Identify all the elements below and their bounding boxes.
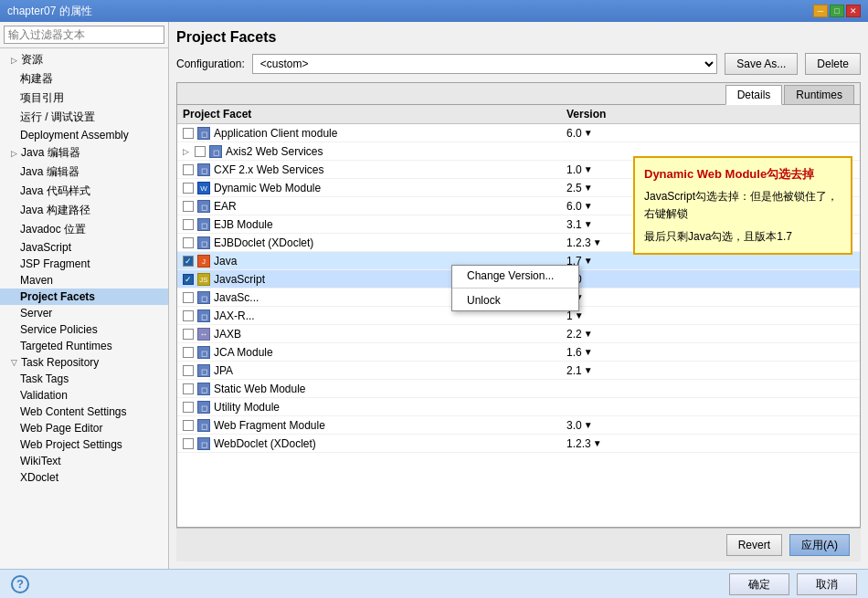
sidebar-item-web-project[interactable]: Web Project Settings [0,436,168,453]
row-checkbox[interactable] [183,237,194,248]
row-checkbox[interactable] [183,402,194,413]
version-dropdown[interactable]: ▼ [584,201,593,211]
row-checkbox[interactable] [183,292,194,303]
annotation-box: Dynamic Web Module勾选去掉 JavaScript勾选去掉：但是… [633,156,852,255]
sidebar-item-java-editor[interactable]: Java 编辑器 [0,163,168,182]
row-checkbox[interactable] [183,274,194,285]
sidebar-item-task-repository[interactable]: ▽ Task Repository [0,354,168,371]
row-checkbox[interactable] [183,438,194,449]
sidebar-item-java-editor-group[interactable]: ▷ Java 编辑器 [0,143,168,163]
sidebar-item-project-ref[interactable]: 项目引用 [0,89,168,108]
title-bar: chapter07 的属性 ─ □ ✕ [0,0,868,22]
facet-label: JAX-R... [214,309,255,322]
sidebar-item-run-debug[interactable]: 运行 / 调试设置 [0,108,168,127]
row-checkbox[interactable] [183,219,194,230]
sidebar-item-javascript[interactable]: JavaScript [0,239,168,256]
sidebar-label: Task Repository [21,356,99,369]
sidebar-item-javadoc[interactable]: Javadoc 位置 [0,220,168,239]
version-dropdown[interactable]: ▼ [584,420,593,430]
row-checkbox[interactable] [183,347,194,358]
facet-icon: ◻ [197,346,210,359]
sidebar-item-java-code[interactable]: Java 代码样式 [0,182,168,201]
sidebar-item-deployment[interactable]: Deployment Assembly [0,127,168,143]
sidebar-item-web-page-editor[interactable]: Web Page Editor [0,420,168,436]
col-facet-header: Project Facet [177,105,561,124]
expand-icon: ▽ [11,358,17,367]
config-select[interactable]: <custom> [252,54,718,74]
row-checkbox[interactable] [183,164,194,175]
revert-button[interactable]: Revert [726,534,782,556]
version-dropdown[interactable]: ▼ [593,438,602,448]
row-checkbox[interactable] [183,420,194,431]
confirm-button[interactable]: 确定 [729,573,789,595]
save-as-button[interactable]: Save As... [725,53,798,75]
version-dropdown[interactable]: ▼ [575,310,584,320]
sidebar-label: JSP Fragment [20,257,90,270]
row-checkbox[interactable] [183,201,194,212]
cancel-button[interactable]: 取消 [797,573,857,595]
version-dropdown[interactable]: ▼ [584,164,593,174]
tab-details[interactable]: Details [725,85,783,105]
help-icon[interactable]: ? [11,575,29,593]
sidebar-item-builder[interactable]: 构建器 [0,69,168,89]
sidebar-tree: ▷ 资源 构建器 项目引用 运行 / 调试设置 Deployment Assem… [0,48,168,569]
annotation-line1: JavaScript勾选去掉：但是他被锁住了，右键解锁 [644,188,842,223]
row-checkbox[interactable] [183,383,194,394]
facet-icon: ◻ [209,145,222,158]
row-checkbox[interactable] [183,256,194,267]
sidebar-item-jsp[interactable]: JSP Fragment [0,256,168,272]
expand-icon[interactable]: ▷ [183,147,189,156]
sidebar-filter-input[interactable] [4,26,164,44]
version-dropdown[interactable]: ▼ [584,329,593,339]
content-area: Project Facets Configuration: <custom> S… [169,22,868,569]
version-dropdown[interactable]: ▼ [593,237,602,247]
sidebar-item-wikitext[interactable]: WikiText [0,453,168,469]
sidebar-item-xdoclet[interactable]: XDoclet [0,469,168,486]
tab-runtimes[interactable]: Runtimes [784,85,854,104]
sidebar-item-targeted-runtimes[interactable]: Targeted Runtimes [0,338,168,354]
sidebar-item-resources[interactable]: ▷ 资源 [0,50,168,69]
facet-icon: ◻ [197,200,210,213]
version-dropdown[interactable]: ▼ [584,347,593,357]
version-dropdown[interactable]: ▼ [584,365,593,375]
sidebar-item-web-content[interactable]: Web Content Settings [0,404,168,420]
bottom-bar: Revert 应用(A) [176,528,861,561]
sidebar-item-service-policies[interactable]: Service Policies [0,321,168,338]
sidebar-item-server[interactable]: Server [0,305,168,321]
row-checkbox[interactable] [183,128,194,139]
facet-label: Dynamic Web Module [214,182,321,194]
facet-label: JCA Module [214,346,273,359]
version-dropdown[interactable]: ▼ [584,128,593,138]
sidebar-item-task-tags[interactable]: Task Tags [0,371,168,387]
version-dropdown[interactable]: ▼ [584,256,593,266]
sidebar-label: Deployment Assembly [20,129,129,142]
row-checkbox[interactable] [195,146,206,157]
row-checkbox[interactable] [183,310,194,321]
delete-button[interactable]: Delete [805,53,861,75]
sidebar-label: Service Policies [20,323,98,336]
facet-icon: ◻ [197,364,210,377]
facet-label: Static Web Module [214,383,306,395]
sidebar-filter-area [0,22,168,48]
window-title: chapter07 的属性 [7,4,92,19]
facet-icon: JS [197,273,210,286]
maximize-button[interactable]: □ [830,5,844,17]
close-button[interactable]: ✕ [846,5,861,17]
minimize-button[interactable]: ─ [813,5,828,17]
version-dropdown[interactable]: ▼ [584,219,593,229]
row-checkbox[interactable] [183,365,194,376]
row-checkbox[interactable] [183,329,194,340]
context-menu-unlock[interactable]: Unlock [452,290,578,310]
version-value: 3.1 [566,218,582,231]
context-menu-change-version[interactable]: Change Version... [452,266,578,286]
sidebar-item-java-build[interactable]: Java 构建路径 [0,201,168,220]
tabs-row: Details Runtimes [177,83,860,105]
sidebar-label: Java 编辑器 [21,145,80,161]
sidebar-item-maven[interactable]: Maven [0,272,168,289]
row-checkbox[interactable] [183,183,194,194]
apply-button[interactable]: 应用(A) [789,534,850,556]
version-dropdown[interactable]: ▼ [584,183,593,193]
sidebar-item-project-facets[interactable]: Project Facets [0,289,168,305]
sidebar-item-validation[interactable]: Validation [0,387,168,404]
main-panel: Dynamic Web Module勾选去掉 JavaScript勾选去掉：但是… [176,82,861,528]
